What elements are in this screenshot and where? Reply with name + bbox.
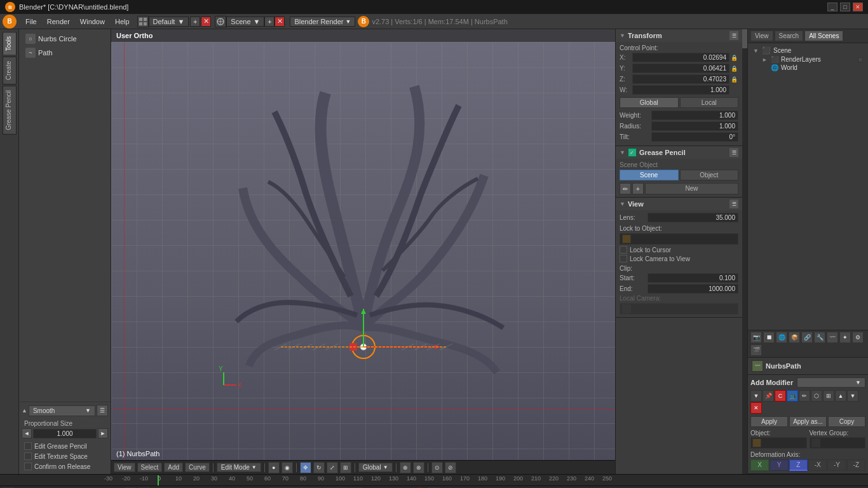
grease-pencil-checkbox-icon[interactable]: ✓ — [628, 148, 637, 157]
x-input[interactable]: 0.02694 — [632, 53, 729, 62]
radius-input[interactable]: 1.000 — [651, 121, 738, 131]
tilt-input[interactable]: 0° — [651, 132, 738, 142]
view-menu-button[interactable]: View — [114, 463, 135, 472]
transform-options-icon[interactable]: ☰ — [729, 31, 738, 40]
prop-size-input[interactable]: 1.000 — [33, 429, 97, 438]
transform-section-header[interactable]: ▼ Transform ☰ — [616, 29, 742, 42]
vertex-group-input[interactable] — [810, 437, 866, 449]
render-layers-prop-icon[interactable]: 🔲 — [763, 332, 775, 343]
clip-end-input[interactable]: 1000.000 — [648, 284, 738, 294]
menu-help[interactable]: Help — [110, 17, 135, 27]
clip-start-input[interactable]: 0.100 — [648, 273, 738, 283]
smooth-options-button[interactable]: ☰ — [97, 405, 108, 416]
mod-down-icon[interactable]: ▼ — [847, 390, 858, 402]
sidebar-tab-create[interactable]: Create — [3, 57, 17, 85]
object-button[interactable]: Object — [680, 170, 739, 180]
render-layers-item[interactable]: ► ⬛ RenderLayers — [759, 55, 865, 64]
scene-button[interactable]: Scene — [620, 170, 679, 180]
mode-selector[interactable]: Edit Mode ▼ — [217, 463, 261, 472]
sidebar-tab-tools[interactable]: Tools — [3, 32, 17, 55]
render-layers-toggle[interactable] — [858, 57, 863, 62]
add-modifier-dropdown[interactable]: ▼ — [797, 377, 865, 388]
global-button[interactable]: Global — [620, 97, 679, 108]
y-input[interactable]: 0.06421 — [632, 64, 729, 73]
maximize-button[interactable]: □ — [840, 3, 850, 11]
workspace-remove-button[interactable]: ✕ — [201, 17, 211, 27]
workspace-selector[interactable]: Default ▼ — [149, 17, 189, 27]
world-item[interactable]: 🌐 World — [759, 64, 865, 72]
confirm-on-release-checkbox[interactable] — [24, 463, 32, 470]
physics-prop-icon[interactable]: ⚙ — [852, 332, 864, 343]
grease-pencil-add-icon[interactable]: + — [632, 183, 644, 194]
prop-size-increase[interactable]: ► — [98, 428, 108, 438]
rotate-icon[interactable]: ↻ — [313, 462, 325, 473]
edit-grease-pencil-checkbox[interactable] — [24, 442, 32, 450]
curve-menu-button[interactable]: Curve — [185, 463, 210, 472]
mod-pin-icon[interactable]: 📌 — [763, 390, 774, 402]
all-scenes-tab[interactable]: All Scenes — [804, 30, 843, 41]
edit-texture-space-checkbox[interactable] — [24, 452, 32, 460]
sphere-view-icon[interactable]: ● — [268, 462, 280, 473]
lens-input[interactable]: 35.000 — [648, 213, 738, 222]
object-prop-icon[interactable]: 📦 — [789, 332, 800, 343]
copy-button[interactable]: Copy — [828, 416, 865, 427]
weight-input[interactable]: 1.000 — [651, 111, 738, 120]
mod-delete-icon[interactable]: ✕ — [750, 402, 762, 414]
grease-pencil-header[interactable]: ▼ ✓ Grease Pencil ☰ — [616, 146, 742, 159]
modifiers-prop-icon[interactable]: 🔧 — [814, 332, 825, 343]
neg-z-axis-button[interactable]: -Z — [847, 459, 865, 471]
lock-cursor-checkbox[interactable] — [620, 246, 627, 254]
menu-render[interactable]: Render — [42, 17, 75, 27]
particles-prop-icon[interactable]: ✦ — [839, 332, 851, 343]
y-lock-icon[interactable]: 🔒 — [729, 64, 738, 73]
transform-icon[interactable]: ✥ — [300, 462, 311, 473]
world-prop-icon[interactable]: 🌐 — [776, 332, 787, 343]
tool-path[interactable]: ~ Path — [22, 46, 108, 60]
search-tab[interactable]: Search — [775, 30, 804, 41]
scene-tree-item[interactable]: ▼ ⬛ Scene — [750, 46, 865, 55]
tool-nurbs-circle[interactable]: ○ Nurbs Circle — [22, 32, 108, 46]
prop-size-decrease[interactable]: ◄ — [22, 428, 32, 438]
render-prop-icon[interactable]: 📷 — [750, 332, 762, 343]
data-prop-icon[interactable]: 〰 — [827, 332, 838, 343]
grease-pencil-draw-icon[interactable]: ✏ — [620, 183, 631, 194]
y-axis-button[interactable]: Y — [770, 459, 788, 471]
lock-camera-checkbox[interactable] — [620, 255, 627, 262]
mod-expand-icon[interactable]: ▼ — [750, 390, 762, 402]
mod-adjust-icon[interactable]: ⊞ — [823, 390, 834, 402]
snap-icon[interactable]: ⊗ — [413, 462, 424, 473]
lock-object-input[interactable] — [620, 233, 738, 245]
view-section-header[interactable]: ▼ View ☰ — [616, 198, 742, 210]
object-input[interactable] — [750, 437, 807, 449]
new-button[interactable]: New — [645, 183, 738, 194]
local-button[interactable]: Local — [680, 97, 739, 108]
add-menu-button[interactable]: Add — [164, 463, 183, 472]
mod-render-icon[interactable]: 📺 — [787, 390, 798, 402]
mod-cage-icon[interactable]: ⬡ — [811, 390, 822, 402]
smooth-dropdown[interactable]: Smooth ▼ — [29, 405, 95, 416]
w-input[interactable]: 1.000 — [632, 85, 729, 95]
z-lock-icon[interactable]: 🔒 — [729, 75, 738, 84]
apply-button[interactable]: Apply — [750, 416, 788, 427]
viewport[interactable]: User Ortho — [111, 29, 615, 474]
transform-tools-icon[interactable]: ⊞ — [340, 462, 351, 473]
magnet-icon[interactable]: ⊕ — [400, 462, 411, 473]
minimize-button[interactable]: _ — [827, 3, 837, 11]
apply-as-button[interactable]: Apply as... — [789, 416, 827, 427]
constraints-prop-icon[interactable]: 🔗 — [801, 332, 813, 343]
select-menu-button[interactable]: Select — [137, 463, 163, 472]
scene-add-button[interactable]: + — [264, 17, 275, 27]
scale-icon[interactable]: ⤢ — [327, 462, 338, 473]
workspace-add-button[interactable]: + — [190, 17, 200, 27]
mod-up-icon[interactable]: ▲ — [835, 390, 846, 402]
scene-remove-button[interactable]: ✕ — [275, 17, 285, 27]
menu-window[interactable]: Window — [75, 17, 110, 27]
neg-x-axis-button[interactable]: -X — [808, 459, 827, 471]
x-axis-button[interactable]: X — [750, 459, 769, 471]
x-lock-icon[interactable]: 🔒 — [729, 53, 738, 62]
scene-prop-icon[interactable]: 🎬 — [750, 344, 762, 356]
mod-edit-icon[interactable]: ✏ — [799, 390, 810, 402]
render-mode-icon[interactable]: ◉ — [281, 462, 293, 473]
view-options-icon[interactable]: ☰ — [729, 200, 738, 208]
neg-y-axis-button[interactable]: -Y — [827, 459, 846, 471]
